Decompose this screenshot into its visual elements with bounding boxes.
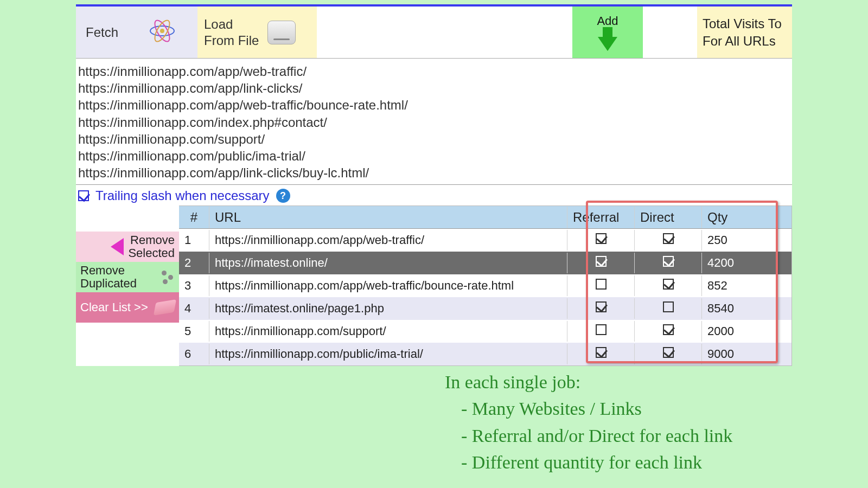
cell-index: 5 bbox=[179, 321, 209, 342]
annotation-bullet: - Many Websites / Links bbox=[461, 395, 732, 422]
checkbox-icon[interactable] bbox=[596, 347, 607, 358]
url-table: # URL Referral Direct Qty 1https://inmil… bbox=[179, 206, 792, 366]
url-line: https://inmillionapp.com/app/web-traffic… bbox=[78, 63, 790, 80]
svg-point-3 bbox=[160, 29, 164, 33]
table-row[interactable]: 6https://inmillionapp.com/public/ima-tri… bbox=[179, 343, 792, 365]
header-referral: Referral bbox=[567, 207, 635, 228]
cell-url: https://imatest.online/ bbox=[209, 253, 567, 273]
add-label: Add bbox=[597, 14, 618, 28]
cell-qty[interactable]: 2000 bbox=[702, 321, 751, 342]
cell-referral[interactable] bbox=[567, 321, 635, 342]
checkbox-icon[interactable] bbox=[663, 347, 674, 358]
checkbox-icon[interactable] bbox=[663, 301, 674, 312]
cell-qty[interactable]: 9000 bbox=[702, 344, 751, 364]
table-row[interactable]: 3https://inmillionapp.com/app/web-traffi… bbox=[179, 274, 792, 297]
url-line: https://inmillionapp.com/app/link-clicks… bbox=[78, 80, 790, 97]
main-grid: Remove Selected Remove Duplicated Clear … bbox=[76, 206, 792, 366]
annotation-bullet: - Different quantity for each link bbox=[461, 449, 732, 476]
cell-qty[interactable]: 250 bbox=[702, 230, 751, 251]
cell-direct[interactable] bbox=[635, 344, 702, 364]
cell-direct[interactable] bbox=[635, 275, 702, 296]
header-qty: Qty bbox=[702, 207, 751, 228]
cell-url: https://inmillionapp.com/support/ bbox=[209, 321, 567, 342]
remove-duplicated-button[interactable]: Remove Duplicated bbox=[76, 262, 179, 292]
remove-duplicated-label: Remove Duplicated bbox=[80, 264, 137, 290]
checkbox-icon[interactable] bbox=[596, 256, 607, 267]
cell-index: 1 bbox=[179, 230, 209, 251]
table-row[interactable]: 4https://imatest.online/page1.php8540 bbox=[179, 297, 792, 320]
trailing-slash-checkbox[interactable] bbox=[78, 190, 89, 201]
eraser-icon bbox=[154, 299, 176, 316]
header-direct: Direct bbox=[635, 207, 702, 228]
table-header: # URL Referral Direct Qty bbox=[179, 206, 792, 229]
checkbox-icon[interactable] bbox=[596, 233, 607, 244]
clear-list-button[interactable]: Clear List >> bbox=[76, 292, 179, 323]
dots-icon bbox=[159, 269, 175, 285]
annotation-title: In each single job: bbox=[445, 369, 732, 395]
url-line: https://inmillionapp.com/app/link-clicks… bbox=[78, 164, 790, 181]
checkbox-icon[interactable] bbox=[663, 324, 674, 335]
cell-direct[interactable] bbox=[635, 253, 702, 273]
toolbar-spacer bbox=[317, 7, 572, 58]
arrow-left-icon bbox=[111, 238, 124, 255]
checkbox-icon[interactable] bbox=[596, 324, 607, 335]
cell-index: 3 bbox=[179, 275, 209, 296]
cell-referral[interactable] bbox=[567, 298, 635, 319]
fetch-button[interactable]: Fetch bbox=[76, 7, 197, 58]
url-line: https://inmillionapp.com/index.php#conta… bbox=[78, 114, 790, 131]
cell-url: https://inmillionapp.com/app/web-traffic… bbox=[209, 275, 567, 296]
header-url: URL bbox=[209, 207, 567, 228]
url-line: https://inmillionapp.com/support/ bbox=[78, 131, 790, 147]
clear-list-label: Clear List >> bbox=[80, 300, 148, 314]
app-window: Fetch Load From File Add Total Visit bbox=[76, 4, 792, 366]
cell-direct[interactable] bbox=[635, 298, 702, 319]
fetch-label: Fetch bbox=[86, 25, 118, 40]
cell-url: https://imatest.online/page1.php bbox=[209, 298, 567, 319]
checkbox-icon[interactable] bbox=[663, 256, 674, 267]
checkbox-icon[interactable] bbox=[596, 301, 607, 312]
arrow-down-icon bbox=[598, 29, 617, 51]
trailing-slash-label: Trailing slash when necessary bbox=[95, 188, 270, 203]
checkbox-icon[interactable] bbox=[663, 233, 674, 244]
atom-icon bbox=[149, 17, 176, 48]
checkbox-icon[interactable] bbox=[596, 279, 607, 290]
header-index: # bbox=[179, 207, 209, 228]
cell-referral[interactable] bbox=[567, 230, 635, 251]
url-input-area[interactable]: https://inmillionapp.com/app/web-traffic… bbox=[76, 59, 792, 185]
toolbar-gap bbox=[643, 7, 697, 58]
cell-index: 4 bbox=[179, 298, 209, 319]
cell-direct[interactable] bbox=[635, 230, 702, 251]
cell-url: https://inmillionapp.com/app/web-traffic… bbox=[209, 230, 567, 251]
cell-referral[interactable] bbox=[567, 275, 635, 296]
cell-index: 2 bbox=[179, 253, 209, 273]
total-label: Total Visits To For All URLs bbox=[703, 15, 782, 49]
cell-qty[interactable]: 8540 bbox=[702, 298, 751, 319]
url-line: https://inmillionapp.com/public/ima-tria… bbox=[78, 147, 790, 164]
help-icon[interactable]: ? bbox=[276, 189, 290, 203]
cell-url: https://inmillionapp.com/public/ima-tria… bbox=[209, 344, 567, 364]
annotation-text: In each single job: - Many Websites / Li… bbox=[445, 369, 732, 476]
checkbox-icon[interactable] bbox=[663, 279, 674, 290]
cell-qty[interactable]: 4200 bbox=[702, 253, 751, 273]
table-row[interactable]: 1https://inmillionapp.com/app/web-traffi… bbox=[179, 229, 792, 252]
cell-referral[interactable] bbox=[567, 344, 635, 364]
toolbar: Fetch Load From File Add Total Visit bbox=[76, 7, 792, 59]
cell-index: 6 bbox=[179, 344, 209, 364]
cell-direct[interactable] bbox=[635, 321, 702, 342]
trailing-slash-row: Trailing slash when necessary ? bbox=[76, 185, 792, 206]
drive-icon bbox=[267, 21, 296, 44]
table-row[interactable]: 5https://inmillionapp.com/support/2000 bbox=[179, 320, 792, 343]
cell-referral[interactable] bbox=[567, 253, 635, 273]
side-buttons: Remove Selected Remove Duplicated Clear … bbox=[76, 206, 179, 366]
annotation-bullet: - Referral and/or Direct for each link bbox=[461, 422, 732, 449]
add-button[interactable]: Add bbox=[572, 7, 643, 58]
total-visits-panel: Total Visits To For All URLs bbox=[697, 7, 792, 58]
remove-selected-label: Remove Selected bbox=[128, 234, 175, 260]
url-line: https://inmillionapp.com/app/web-traffic… bbox=[78, 97, 790, 113]
cell-qty[interactable]: 852 bbox=[702, 275, 751, 296]
load-from-file-button[interactable]: Load From File bbox=[197, 7, 317, 58]
table-row[interactable]: 2https://imatest.online/4200 bbox=[179, 252, 792, 274]
remove-selected-button[interactable]: Remove Selected bbox=[76, 232, 179, 262]
load-label: Load From File bbox=[204, 16, 259, 49]
